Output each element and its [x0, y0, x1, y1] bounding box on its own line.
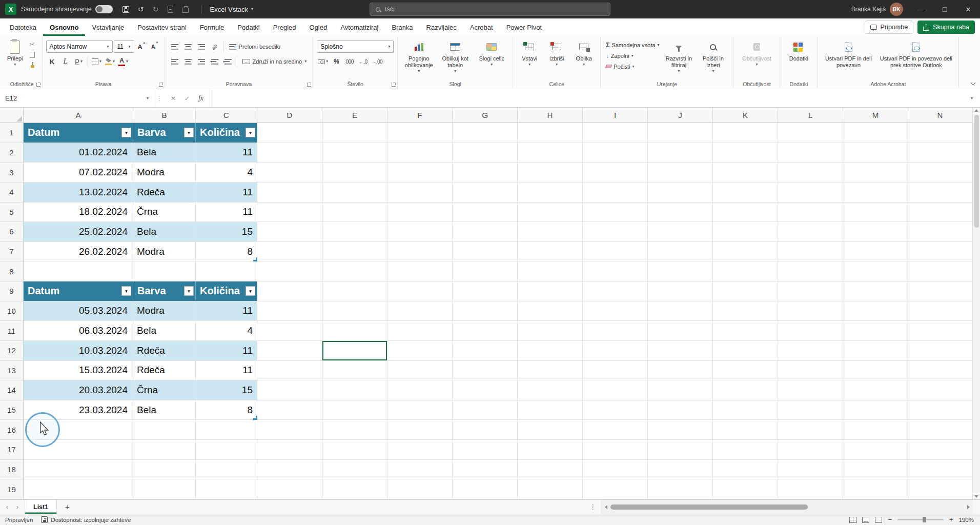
minimize-button[interactable] — [909, 0, 933, 18]
cell-G7[interactable] — [453, 242, 518, 262]
cell-C16[interactable] — [196, 420, 257, 440]
cell-H11[interactable] — [518, 321, 583, 341]
column-header-B[interactable]: B — [133, 108, 196, 123]
align-left-button[interactable] — [169, 55, 181, 68]
cell-N7[interactable] — [908, 242, 972, 262]
close-button[interactable] — [956, 0, 980, 18]
qat-extra-button-1[interactable] — [164, 3, 177, 16]
cell-G12[interactable] — [453, 341, 518, 361]
cell-H14[interactable] — [518, 380, 583, 400]
cell-J5[interactable] — [648, 203, 713, 223]
cell-H4[interactable] — [518, 183, 583, 203]
cell-L9[interactable] — [778, 281, 843, 301]
autosave-toggle[interactable] — [95, 5, 113, 13]
cell-N16[interactable] — [908, 420, 972, 440]
cell-J17[interactable] — [648, 440, 713, 460]
workbook-title[interactable]: Excel Vstack — [210, 6, 253, 13]
normal-view-button[interactable] — [849, 517, 856, 523]
cell-I3[interactable] — [583, 163, 648, 183]
comments-button[interactable]: Pripombe — [865, 21, 914, 34]
cell-C4[interactable]: 11 — [196, 183, 257, 203]
cell-K13[interactable] — [713, 361, 778, 381]
sort-filter-button[interactable]: Razvrsti in filtriraj — [662, 38, 695, 79]
decrease-indent-button[interactable] — [209, 55, 221, 68]
cell-D16[interactable] — [257, 420, 322, 440]
row-header-10[interactable]: 10 — [0, 301, 24, 321]
cell-D14[interactable] — [257, 380, 322, 400]
bold-button[interactable]: K — [46, 55, 58, 68]
cell-A5[interactable]: 18.02.2024 — [24, 203, 133, 223]
cell-H12[interactable] — [518, 341, 583, 361]
cell-I4[interactable] — [583, 183, 648, 203]
cell-H7[interactable] — [518, 242, 583, 262]
cell-F15[interactable] — [387, 400, 453, 420]
cell-B2[interactable]: Bela — [133, 143, 196, 163]
cell-C7[interactable]: 8 — [196, 242, 257, 262]
cell-L8[interactable] — [778, 261, 843, 281]
scroll-down-icon[interactable] — [974, 495, 978, 498]
column-header-E[interactable]: E — [322, 108, 387, 123]
cell-K10[interactable] — [713, 301, 778, 321]
cell-E17[interactable] — [322, 440, 387, 460]
orientation-button[interactable] — [209, 41, 221, 53]
accounting-format-button[interactable] — [317, 55, 329, 68]
row-header-19[interactable]: 19 — [0, 479, 24, 499]
decrease-font-button[interactable]: A — [149, 41, 161, 53]
sheet-tab-list1[interactable]: List1 — [25, 500, 57, 514]
cell-L19[interactable] — [778, 479, 843, 499]
cell-E15[interactable] — [322, 400, 387, 420]
cell-A13[interactable]: 15.03.2024 — [24, 361, 133, 381]
cell-N2[interactable] — [908, 143, 972, 163]
filter-button[interactable] — [184, 128, 194, 137]
align-top-button[interactable] — [169, 41, 181, 53]
zoom-in-button[interactable] — [949, 516, 953, 523]
cell-A16[interactable] — [24, 420, 133, 440]
cell-J7[interactable] — [648, 242, 713, 262]
cell-G9[interactable] — [453, 281, 518, 301]
cell-J10[interactable] — [648, 301, 713, 321]
page-layout-view-button[interactable] — [862, 517, 869, 523]
cell-E6[interactable] — [322, 222, 387, 242]
cell-I15[interactable] — [583, 400, 648, 420]
horizontal-scroll-thumb[interactable] — [610, 504, 808, 510]
cell-E8[interactable] — [322, 261, 387, 281]
tab-power-pivot[interactable]: Power Pivot — [500, 18, 548, 36]
cell-N12[interactable] — [908, 341, 972, 361]
dialog-launcher-icon[interactable] — [307, 83, 311, 87]
tab-ogled[interactable]: Ogled — [303, 18, 334, 36]
row-header-3[interactable]: 3 — [0, 163, 24, 183]
cell-J2[interactable] — [648, 143, 713, 163]
cell-B10[interactable]: Modra — [133, 301, 196, 321]
tab-avtomatiziraj[interactable]: Avtomatiziraj — [334, 18, 385, 36]
tab-branka[interactable]: Branka — [385, 18, 419, 36]
cell-H15[interactable] — [518, 400, 583, 420]
cell-M10[interactable] — [843, 301, 908, 321]
formula-input[interactable] — [210, 89, 964, 107]
cell-N6[interactable] — [908, 222, 972, 242]
underline-button[interactable]: P — [73, 55, 85, 68]
avatar[interactable]: BK — [890, 3, 903, 16]
cell-F4[interactable] — [387, 183, 453, 203]
cell-A7[interactable]: 26.02.2024 — [24, 242, 133, 262]
cell-L4[interactable] — [778, 183, 843, 203]
tab-datoteka[interactable]: Datoteka — [3, 18, 43, 36]
zoom-slider-thumb[interactable] — [923, 517, 926, 522]
dialog-launcher-icon[interactable] — [159, 83, 163, 87]
cell-K14[interactable] — [713, 380, 778, 400]
row-header-5[interactable]: 5 — [0, 203, 24, 223]
cell-D11[interactable] — [257, 321, 322, 341]
cell-H5[interactable] — [518, 203, 583, 223]
row-header-13[interactable]: 13 — [0, 361, 24, 381]
next-sheet-button[interactable] — [12, 503, 23, 511]
cell-K12[interactable] — [713, 341, 778, 361]
create-pdf-share-link-button[interactable]: Ustvari PDF in deli povezavo — [821, 38, 875, 79]
cell-C18[interactable] — [196, 460, 257, 480]
select-all-corner[interactable] — [0, 108, 24, 123]
cell-I1[interactable] — [583, 123, 648, 143]
cell-G18[interactable] — [453, 460, 518, 480]
add-sheet-button[interactable]: + — [61, 501, 73, 513]
cell-N3[interactable] — [908, 163, 972, 183]
format-as-table-button[interactable]: Oblikuj kot tabelo — [438, 38, 473, 79]
fill-color-button[interactable] — [104, 55, 116, 68]
cell-D4[interactable] — [257, 183, 322, 203]
